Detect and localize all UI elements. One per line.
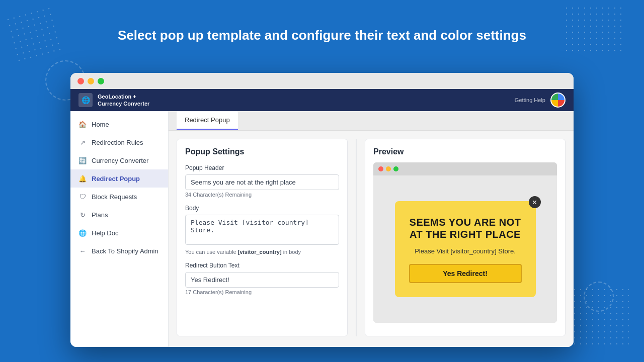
popup-modal: ✕ SEEMS YOU ARE NOT AT THE RIGHT PLACE P…	[395, 201, 536, 297]
body-hint-var: [visitor_country]	[238, 249, 282, 255]
nav-brand: 🌐 GeoLocation +Currency Converter	[78, 93, 149, 108]
preview-tl-red	[378, 166, 383, 171]
sidebar-item-plans-label: Plans	[92, 211, 108, 219]
form-group-redirect-btn: Redirect Button Text 17 Character(s) Rem…	[185, 262, 339, 295]
popup-preview-body: Please Visit [visitor_country] Store.	[409, 247, 522, 255]
traffic-light-green[interactable]	[98, 78, 104, 84]
body-hint-suffix: in body	[282, 249, 301, 255]
form-group-popup-header: Popup Header 34 Character(s) Remaining	[185, 164, 339, 198]
sidebar: 🏠 Home ↗ Redirection Rules 🔄 Currency Co…	[70, 111, 169, 347]
sidebar-item-block-requests[interactable]: 🛡 Block Requests	[70, 188, 168, 206]
browser-chrome	[70, 73, 574, 89]
popup-btn-label: Yes Redirect!	[443, 269, 488, 278]
sidebar-item-back-label: Back To Shopify Admin	[92, 247, 158, 255]
bell-icon: 🔔	[78, 174, 87, 183]
shield-icon: 🛡	[78, 193, 87, 201]
nav-right: Getting Help	[515, 93, 566, 108]
sidebar-item-help-label: Help Doc	[92, 229, 118, 237]
tab-redirect-popup[interactable]: Redirect Popup	[177, 111, 238, 130]
sidebar-item-home[interactable]: 🏠 Home	[70, 115, 168, 133]
page-title: Select pop up template and configure the…	[0, 28, 644, 43]
sidebar-item-home-label: Home	[92, 121, 109, 128]
vertical-divider	[356, 139, 357, 336]
preview-browser: ✕ SEEMS YOU ARE NOT AT THE RIGHT PLACE P…	[373, 162, 557, 323]
tab-bar: Redirect Popup	[169, 111, 574, 131]
preview-chrome	[373, 162, 557, 175]
redirect-btn-char-count: 17 Character(s) Remaining	[185, 289, 339, 295]
tab-label: Redirect Popup	[185, 116, 230, 124]
traffic-light-yellow[interactable]	[88, 78, 94, 84]
home-icon: 🏠	[78, 120, 87, 128]
sidebar-item-back-shopify[interactable]: ← Back To Shopify Admin	[70, 242, 168, 260]
popup-header-input[interactable]	[185, 174, 339, 190]
plans-icon: ↻	[78, 211, 87, 219]
sidebar-item-plans[interactable]: ↻ Plans	[70, 206, 168, 224]
settings-title: Popup Settings	[185, 147, 339, 156]
popup-header-char-count: 34 Character(s) Remaining	[185, 192, 339, 198]
top-nav: 🌐 GeoLocation +Currency Converter Gettin…	[70, 89, 574, 111]
browser-window: 🌐 GeoLocation +Currency Converter Gettin…	[70, 73, 574, 347]
body-hint-prefix: You can use variable	[185, 249, 238, 255]
traffic-light-red[interactable]	[77, 78, 84, 84]
sidebar-item-block-label: Block Requests	[92, 193, 137, 201]
back-icon: ←	[78, 247, 87, 255]
help-icon: 🌐	[78, 229, 87, 237]
redirect-btn-label: Redirect Button Text	[185, 262, 339, 269]
nav-brand-text: GeoLocation +Currency Converter	[98, 93, 149, 108]
popup-header-label: Popup Header	[185, 164, 339, 171]
preview-tl-yellow	[386, 166, 391, 171]
preview-title: Preview	[373, 147, 557, 156]
popup-preview-button[interactable]: Yes Redirect!	[409, 264, 522, 283]
preview-content: ✕ SEEMS YOU ARE NOT AT THE RIGHT PLACE P…	[373, 175, 557, 323]
content-area: Redirect Popup Popup Settings Popup Head…	[169, 111, 574, 347]
preview-panel: Preview ✕	[365, 139, 566, 336]
sidebar-item-redirect-popup[interactable]: 🔔 Redirect Popup	[70, 169, 168, 188]
body-textarea[interactable]	[185, 215, 339, 245]
redirection-icon: ↗	[78, 138, 87, 146]
main-content: 🏠 Home ↗ Redirection Rules 🔄 Currency Co…	[70, 111, 574, 347]
sidebar-item-currency-label: Currency Converter	[92, 157, 148, 164]
avatar	[550, 93, 566, 108]
close-icon: ✕	[532, 199, 537, 206]
app-layout: 🌐 GeoLocation +Currency Converter Gettin…	[70, 89, 574, 347]
popup-preview-header: SEEMS YOU ARE NOT AT THE RIGHT PLACE	[409, 216, 522, 240]
sidebar-item-redirection-rules[interactable]: ↗ Redirection Rules	[70, 133, 168, 151]
sidebar-item-redirect-label: Redirect Popup	[92, 175, 140, 183]
form-group-body: Body You can use variable [visitor_count…	[185, 205, 339, 255]
popup-close-button[interactable]: ✕	[529, 196, 541, 208]
bg-curve-right	[584, 282, 614, 312]
sidebar-item-redirection-label: Redirection Rules	[92, 139, 143, 146]
geolocation-icon: 🌐	[78, 93, 93, 107]
currency-icon: 🔄	[78, 156, 87, 164]
sidebar-item-help-doc[interactable]: 🌐 Help Doc	[70, 224, 168, 242]
inner-content: Popup Settings Popup Header 34 Character…	[169, 131, 574, 344]
redirect-btn-input[interactable]	[185, 272, 339, 288]
body-label: Body	[185, 205, 339, 212]
preview-tl-green	[393, 166, 398, 171]
sidebar-item-currency-converter[interactable]: 🔄 Currency Converter	[70, 151, 168, 169]
settings-panel: Popup Settings Popup Header 34 Character…	[177, 139, 348, 336]
body-hint: You can use variable [visitor_country] i…	[185, 249, 339, 255]
nav-user-text: Getting Help	[515, 97, 545, 103]
